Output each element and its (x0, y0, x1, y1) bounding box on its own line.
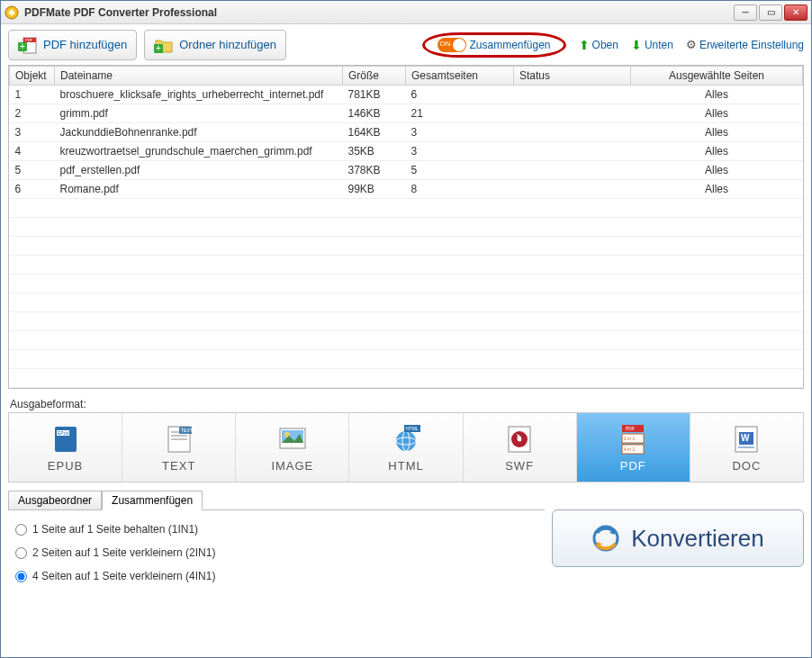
header-selected[interactable]: Ausgewählte Seiten (631, 67, 803, 86)
format-swf[interactable]: SWF (464, 413, 577, 482)
table-row-empty (10, 275, 803, 293)
add-folder-button[interactable]: + Ordner hinzufügen (144, 30, 286, 60)
image-icon (276, 423, 309, 455)
arrow-up-icon: ⬆ (579, 38, 590, 52)
merge-toggle-group: Zusammenfügen (422, 32, 566, 58)
table-row-empty (10, 218, 803, 237)
opt-4in1[interactable]: 4 Seiten auf 1 Seite verkleinern (4IN1) (15, 570, 537, 582)
bottom-panel: Ausgabeordner Zusammenfügen 1 Seite auf … (8, 490, 804, 606)
format-label-image: IMAGE (271, 459, 313, 473)
svg-text:+: + (156, 43, 161, 53)
doc-icon: W (730, 423, 762, 455)
table-row[interactable]: 3JackunddieBohnenranke.pdf164KB3Alles (10, 123, 803, 142)
cell-obj: 6 (10, 180, 55, 199)
table-row[interactable]: 2grimm.pdf146KB21Alles (10, 104, 803, 123)
header-pages[interactable]: Gesamtseiten (406, 67, 514, 86)
svg-text:PDF: PDF (25, 38, 33, 42)
cell-pages: 8 (406, 180, 514, 199)
cell-pages: 3 (406, 123, 514, 142)
cell-status (514, 86, 631, 104)
convert-button[interactable]: Konvertieren (552, 509, 804, 567)
cell-pages: 3 (406, 142, 514, 161)
header-obj[interactable]: Objekt (10, 67, 55, 86)
svg-text:W: W (741, 433, 750, 443)
cell-selected: Alles (631, 104, 803, 123)
cell-obj: 4 (10, 142, 55, 161)
format-pdf[interactable]: PDF2 in 14 in 1PDF (577, 413, 690, 482)
format-text[interactable]: TEXTTEXT (122, 413, 236, 482)
format-doc[interactable]: WDOC (690, 413, 803, 482)
table-row[interactable]: 4kreuzwortraetsel_grundschule_maerchen_g… (10, 142, 803, 161)
opt-4in1-label: 4 Seiten auf 1 Seite verkleinern (4IN1) (32, 570, 215, 582)
add-pdf-button[interactable]: PDF+ PDF hinzufügen (8, 30, 137, 60)
table-row-empty (10, 199, 803, 218)
move-down-button[interactable]: ⬇ Unten (631, 38, 673, 52)
cell-size: 781KB (343, 86, 406, 104)
cell-obj: 2 (10, 104, 55, 123)
add-pdf-icon: PDF+ (18, 35, 38, 55)
cell-status (514, 142, 631, 161)
format-label-swf: SWF (505, 459, 534, 473)
merge-toggle[interactable] (438, 38, 466, 52)
format-label-doc: DOC (732, 459, 761, 473)
close-button[interactable]: ✕ (784, 5, 807, 21)
svg-text:2 in 1: 2 in 1 (624, 436, 635, 441)
cell-size: 146KB (343, 104, 406, 123)
svg-text:4 in 1: 4 in 1 (624, 446, 635, 452)
opt-1in1[interactable]: 1 Seite auf 1 Seite behalten (1IN1) (15, 523, 537, 536)
table-header-row: Objekt Dateiname Größe Gesamtseiten Stat… (10, 67, 803, 86)
table-row-empty (10, 256, 803, 275)
format-epub[interactable]: EPubEPUB (9, 413, 122, 482)
table-row[interactable]: 6Romane.pdf99KB8Alles (10, 180, 803, 199)
tab-merge[interactable]: Zusammenfügen (102, 491, 203, 510)
format-label-html: HTML (388, 459, 423, 473)
add-folder-icon: + (154, 35, 174, 55)
radio-2in1[interactable] (15, 547, 27, 559)
gear-icon: ⚙ (686, 38, 697, 51)
titlebar: PDFMate PDF Converter Professional ─ ▭ ✕ (1, 1, 811, 24)
minimize-button[interactable]: ─ (734, 5, 757, 21)
header-name[interactable]: Dateiname (55, 67, 343, 86)
opt-2in1[interactable]: 2 Seiten auf 1 Seite verkleinern (2IN1) (15, 546, 537, 559)
settings-button[interactable]: ⚙ Erweiterte Einstellung (686, 38, 804, 51)
cell-name: Romane.pdf (55, 180, 343, 199)
table-row[interactable]: 1broschuere_klicksafe_irights_urheberrec… (10, 86, 803, 104)
table-row[interactable]: 5pdf_erstellen.pdf378KB5Alles (10, 161, 803, 180)
text-icon: TEXT (163, 423, 195, 455)
merge-label: Zusammenfügen (470, 39, 551, 51)
svg-text:+: + (20, 41, 25, 51)
cell-selected: Alles (631, 142, 803, 161)
arrow-down-icon: ⬇ (631, 38, 642, 52)
bottom-tabs: Ausgabeordner Zusammenfügen (8, 490, 545, 509)
cell-selected: Alles (631, 161, 803, 180)
table-row-empty (10, 350, 803, 369)
svg-text:HTML: HTML (406, 426, 419, 431)
format-label-pdf: PDF (620, 459, 646, 473)
maximize-button[interactable]: ▭ (759, 5, 782, 21)
move-up-button[interactable]: ⬆ Oben (579, 38, 618, 52)
tab-body: 1 Seite auf 1 Seite behalten (1IN1) 2 Se… (8, 509, 545, 606)
add-pdf-label: PDF hinzufügen (43, 38, 127, 51)
epub-icon: EPub (50, 423, 82, 455)
swf-icon (503, 423, 536, 455)
cell-status (514, 161, 631, 180)
radio-4in1[interactable] (15, 571, 27, 582)
radio-1in1[interactable] (15, 524, 27, 536)
move-down-label: Unten (645, 39, 673, 51)
table-row-empty (10, 331, 803, 350)
cell-selected: Alles (631, 180, 803, 199)
format-image[interactable]: IMAGE (236, 413, 349, 482)
table-row-empty (10, 293, 803, 312)
format-html[interactable]: HTMLHTML (349, 413, 463, 482)
tab-output-folder[interactable]: Ausgabeordner (8, 491, 102, 510)
header-size[interactable]: Größe (343, 67, 406, 86)
cell-name: pdf_erstellen.pdf (55, 161, 343, 180)
cell-obj: 5 (10, 161, 55, 180)
cell-size: 35KB (343, 142, 406, 161)
cell-obj: 3 (10, 123, 55, 142)
file-table: Objekt Dateiname Größe Gesamtseiten Stat… (8, 65, 804, 389)
header-status[interactable]: Status (514, 67, 631, 86)
cell-status (514, 104, 631, 123)
window-title: PDFMate PDF Converter Professional (24, 6, 734, 19)
html-icon: HTML (390, 423, 422, 455)
